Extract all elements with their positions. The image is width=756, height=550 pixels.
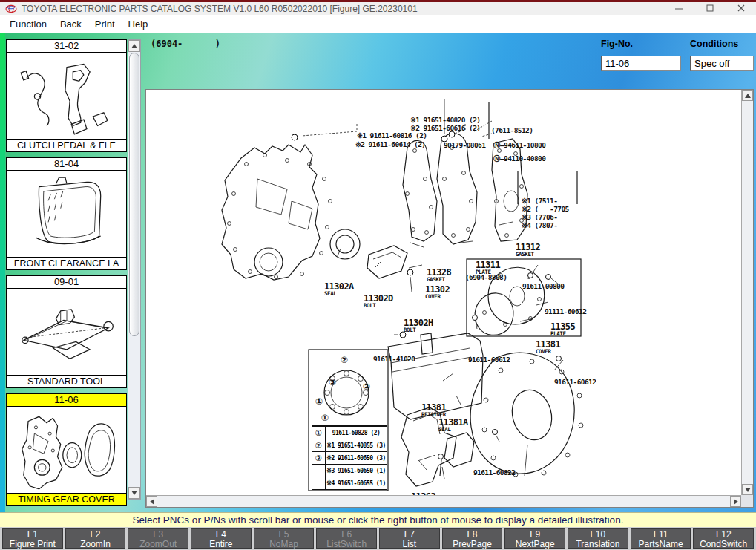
application-window: TOYOTA ELECTRONIC PARTS CATALOG SYSTEM V… — [0, 0, 756, 550]
legend-row-part: ※1 91651-40855 (3) — [326, 442, 387, 449]
thumbnail-image — [7, 53, 126, 139]
timing-cover-art — [11, 410, 122, 491]
circled-number-marker: ② — [363, 382, 370, 391]
fig-no-input[interactable] — [601, 56, 681, 71]
maximize-button[interactable] — [706, 4, 714, 13]
legend-row[interactable]: ② ※1 91651-40855 (3) — [312, 439, 387, 451]
thumbnail-code: 31-02 — [7, 40, 126, 53]
function-key-button[interactable]: F11 PartsName — [631, 528, 691, 549]
thumbnail-image — [7, 407, 126, 493]
legend-row-part: ※2 91611-60650 (3) — [326, 455, 387, 462]
menu-item[interactable]: Print — [88, 16, 122, 32]
thumbnail-item[interactable]: 09-01 STANDARD TOOL — [6, 275, 127, 388]
function-key-button[interactable]: F2 ZoomIn — [65, 528, 126, 549]
function-key-button[interactable]: F8 PrevPage — [442, 528, 503, 549]
circled-number-marker: ② — [341, 356, 348, 364]
function-key-button[interactable]: F9 NextPage — [504, 528, 565, 549]
thumbnail-item[interactable]: 31-02 CLUTCH PEDAL & FLE — [6, 39, 127, 152]
canvas-scroll-right-icon[interactable] — [730, 496, 741, 507]
minimize-button[interactable] — [674, 4, 683, 13]
fig-no-label: Fig-No. — [601, 39, 633, 49]
legend-row-number: ① — [312, 427, 326, 439]
diagram-part-label[interactable]: 11381BBOLT — [432, 479, 532, 495]
function-key-button[interactable]: F6 ListSwitch — [316, 528, 377, 549]
thumbnail-name: CLUTCH PEDAL & FLE — [7, 139, 126, 151]
circled-number-marker: ① — [321, 413, 329, 422]
canvas-scroll-down-icon[interactable] — [742, 484, 753, 495]
thumbnail-item[interactable]: 11-06 TIMING GEAR COVER — [6, 393, 127, 506]
legend-row[interactable]: ※4 91651-60655 (1) — [312, 477, 387, 489]
status-message: Select PNCs or P/Ns with scroll bar or m… — [133, 514, 624, 526]
legend-table: ① 91611-60828 (2) ② ※1 91651-40855 (3) ③… — [312, 425, 387, 490]
scroll-up-icon[interactable] — [128, 40, 140, 52]
legend-row-part: ※4 91651-60655 (1) — [326, 480, 387, 487]
thumbnail-image — [7, 289, 126, 375]
menu-item[interactable]: Back — [53, 16, 88, 32]
circled-number-marker: ③ — [329, 378, 336, 387]
scroll-down-icon[interactable] — [128, 487, 140, 499]
thumbnail-image — [7, 171, 126, 257]
left-edge-stripe — [0, 33, 5, 512]
function-key-button[interactable]: F4 Entire — [191, 528, 252, 549]
canvas-vertical-scrollbar[interactable] — [741, 90, 753, 495]
legend-row[interactable]: ③ ※2 91611-60650 (3) — [312, 451, 387, 464]
thumbnail-item[interactable]: 81-04 FRONT CLEARANCE LA — [6, 157, 127, 270]
thumbnail-name: STANDARD TOOL — [7, 375, 126, 387]
window-title: TOYOTA ELECTRONIC PARTS CATALOG SYSTEM V… — [22, 4, 418, 14]
function-key-button[interactable]: F10 Translation — [568, 528, 628, 549]
legend-row-number — [312, 465, 326, 477]
legend-row[interactable]: ① 91611-60828 (2) — [312, 426, 387, 439]
diagram-part-label[interactable]: ※2 91611-60614 (2) — [355, 116, 456, 173]
legend-row[interactable]: ※3 91651-60650 (1) — [312, 464, 387, 477]
title-bar: TOYOTA ELECTRONIC PARTS CATALOG SYSTEM V… — [0, 2, 756, 15]
menu-item[interactable]: Help — [122, 16, 155, 32]
function-key-button[interactable]: F5 NoMap — [254, 528, 315, 549]
status-bar: Select PNCs or P/Ns with scroll bar or m… — [0, 512, 756, 527]
clearance-lamp-art — [11, 174, 122, 255]
diagram-part-label[interactable]: MA 2182-I — [562, 485, 663, 495]
figure-thumbnail-list: 31-02 CLUTCH PEDAL & FLE 81-04 FRONT CLE… — [6, 39, 127, 511]
conditions-input[interactable] — [690, 56, 754, 71]
legend-row-part: ※3 91651-60650 (1) — [326, 468, 387, 474]
clutch-pedal-art — [11, 56, 122, 137]
canvas-scroll-left-icon[interactable] — [146, 496, 157, 507]
legend-row-part: 91611-60828 (2) — [326, 430, 387, 436]
legend-row-number: ② — [312, 439, 326, 451]
conditions-label: Conditions — [690, 39, 738, 49]
function-key-bar: F1 Figure Print F2 ZoomIn F3 ZoomOut F4 … — [0, 527, 756, 550]
scrollbar-corner — [741, 495, 753, 507]
function-key-button[interactable]: F3 ZoomOut — [128, 528, 188, 549]
diagram-part-label[interactable]: 91611-60612 — [554, 353, 654, 410]
function-key-button[interactable]: F12 CondSwitch — [693, 528, 754, 549]
close-button[interactable] — [737, 4, 746, 13]
scissor-jack-art — [11, 292, 122, 373]
main-area: 31-02 CLUTCH PEDAL & FLE 81-04 FRONT CLE… — [0, 33, 756, 512]
function-key-button[interactable]: F1 Figure Print — [2, 528, 63, 549]
toyota-logo-icon — [5, 3, 17, 15]
figure-canvas[interactable]: ※1 91651-40820 (2) ※2 91651-60616 (2) ※1… — [145, 89, 754, 508]
menu-item[interactable]: Function — [3, 16, 53, 32]
thumbnail-code: 81-04 — [7, 158, 126, 171]
canvas-scroll-up-icon[interactable] — [742, 90, 753, 101]
thumbnail-name: TIMING GEAR COVER — [7, 493, 126, 505]
function-key-button[interactable]: F7 List — [379, 528, 440, 549]
thumbnail-code: 11-06 — [7, 394, 126, 407]
legend-row-number: ③ — [312, 452, 326, 464]
canvas-horizontal-scrollbar[interactable] — [146, 495, 741, 507]
legend-row-number — [312, 477, 326, 489]
sidebar-scrollbar-thumb[interactable] — [129, 53, 139, 336]
menu-bar: FunctionBackPrintHelp — [0, 15, 756, 33]
thumbnail-code: 09-01 — [7, 276, 126, 289]
circled-number-marker: ① — [315, 397, 323, 406]
parts-diagram[interactable]: ※1 91651-40820 (2) ※2 91651-60616 (2) ※1… — [146, 90, 741, 495]
figure-range-note: (6904- ) — [151, 39, 220, 49]
sidebar-scrollbar[interactable] — [128, 39, 141, 500]
thumbnail-name: FRONT CLEARANCE LA — [7, 257, 126, 269]
